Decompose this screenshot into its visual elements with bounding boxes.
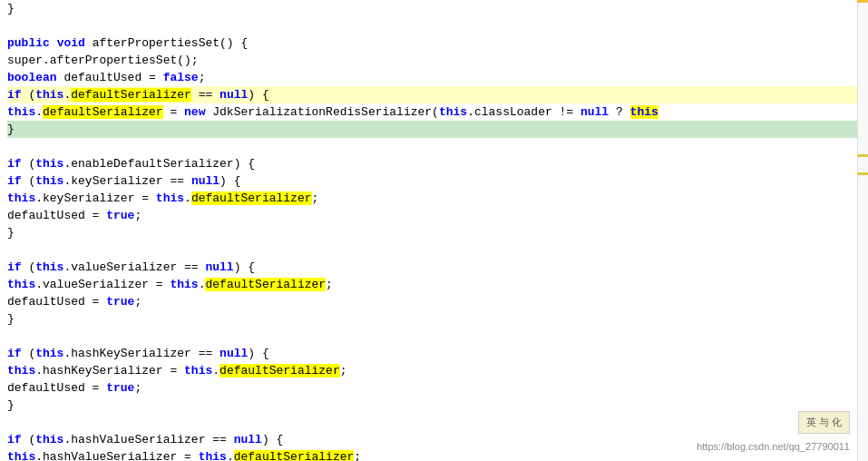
- code-area[interactable]: } public void afterPropertiesSet() { sup…: [0, 0, 868, 461]
- code-line: [7, 328, 868, 345]
- code-line: [7, 138, 868, 155]
- code-line-brace: }: [7, 121, 868, 138]
- code-line-highlighted: if (this.defaultSerializer == null) {: [7, 86, 868, 103]
- watermark-text: 英 与 化: [806, 417, 842, 427]
- code-line: [7, 17, 868, 34]
- code-line: super.afterPropertiesSet();: [7, 52, 868, 69]
- code-line: this.defaultSerializer = new JdkSerializ…: [7, 103, 868, 121]
- code-line: defaultUsed = true;: [7, 379, 868, 397]
- scrollbar-right[interactable]: [857, 0, 868, 461]
- code-lines: } public void afterPropertiesSet() { sup…: [0, 0, 868, 461]
- code-line: if (this.hashKeySerializer == null) {: [7, 345, 868, 362]
- watermark: 英 与 化: [798, 411, 850, 434]
- url-text: https://blog.csdn.net/qq_27790011: [697, 441, 850, 452]
- code-line: if (this.enableDefaultSerializer) {: [7, 155, 868, 172]
- code-line: [7, 414, 868, 431]
- code-line: defaultUsed = true;: [7, 207, 868, 224]
- scrollbar-marker-2: [857, 154, 868, 157]
- code-line: [7, 241, 868, 259]
- code-line: }: [7, 310, 868, 328]
- code-line: public void afterPropertiesSet() {: [7, 34, 868, 52]
- code-line: this.valueSerializer = this.defaultSeria…: [7, 276, 868, 293]
- url-bar: https://blog.csdn.net/qq_27790011: [697, 441, 850, 452]
- code-line: }: [7, 224, 868, 241]
- scrollbar-marker: [857, 0, 868, 3]
- code-line: boolean defaultUsed = false;: [7, 69, 868, 86]
- code-line: }: [7, 397, 868, 414]
- code-line: this.hashKeySerializer = this.defaultSer…: [7, 362, 868, 379]
- editor-container: } public void afterPropertiesSet() { sup…: [0, 0, 868, 461]
- code-line: if (this.keySerializer == null) {: [7, 172, 868, 190]
- scrollbar-marker-3: [857, 172, 868, 175]
- code-line: if (this.valueSerializer == null) {: [7, 259, 868, 276]
- code-line: this.keySerializer = this.defaultSeriali…: [7, 190, 868, 207]
- code-line: defaultUsed = true;: [7, 293, 868, 310]
- code-line: }: [7, 0, 868, 17]
